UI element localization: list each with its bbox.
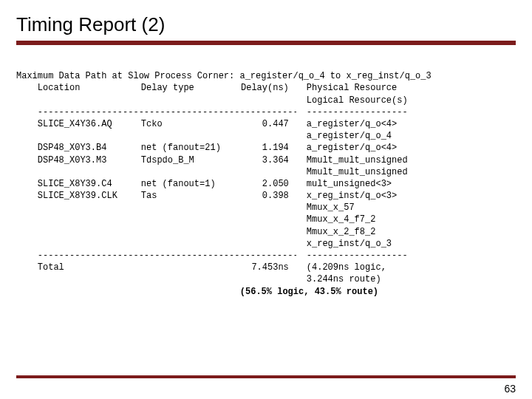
title-rule [16,41,516,45]
row-loc: SLICE_X8Y39.CLK [38,190,141,202]
total-percent: (56.5% logic, 43.5% route) [240,287,378,297]
row-loc: DSP48_X0Y3.B4 [38,142,141,154]
row-phys: mult_unsigned<3> [307,178,392,190]
header-line: Maximum Data Path at Slow Process Corner… [16,71,432,81]
divider: ------------------- [307,250,408,262]
row-logi: x_reg_inst/q_o_3 [307,238,392,250]
row-logi: Mmult_mult_unsigned [307,166,408,178]
row-loc: SLICE_X4Y36.AQ [38,118,141,130]
slide-title: Timing Report (2) [16,13,516,36]
timing-report-block: Maximum Data Path at Slow Process Corner… [16,58,516,310]
row-loc: DSP48_X0Y3.M3 [38,154,141,166]
row-dtype: Tdspdo_B_M [141,154,237,166]
divider: ------------------- [307,106,408,118]
row-phys: a_register/q_o<4> [307,142,397,154]
col-location: Location [38,82,141,94]
row-dtype: Tcko [141,118,237,130]
total-time: 7.453ns [237,262,289,273]
row-delay: 2.050 [237,178,289,190]
row-delay: 0.447 [237,118,289,130]
row-delay: 3.364 [237,154,289,166]
row-dtype: net (fanout=1) [141,178,237,190]
col-delay-type: Delay type [141,82,237,94]
footer-rule [16,375,516,378]
row-phys: a_register/q_o<4> [307,118,397,130]
row-logi: a_register/q_o_4 [307,130,392,142]
row-delay: 1.194 [237,142,289,154]
total-breakdown: (4.209ns logic, [307,262,386,273]
divider: ----------------------------------------… [38,106,296,118]
row-phys: Mmult_mult_unsigned [307,154,408,166]
divider: ----------------------------------------… [38,250,296,262]
col-physical-resource: Physical Resource [307,82,397,94]
row-dtype: Tas [141,190,237,202]
total-label: Total [38,262,141,273]
row-delay: 0.398 [237,190,289,202]
row-logi: Mmux_x_57 [307,202,355,214]
row-logi: Mmux_x_2_f8_2 [307,226,376,238]
row-dtype: net (fanout=21) [141,142,237,154]
col-delay-ns: Delay(ns) [237,82,289,94]
total-breakdown: 3.244ns route) [307,273,381,285]
row-phys: x_reg_inst/q_o<3> [307,190,397,202]
page-number: 63 [504,383,516,395]
row-loc: SLICE_X8Y39.C4 [38,178,141,190]
row-logi: Mmux_x_4_f7_2 [307,214,376,225]
col-logical-resource: Logical Resource(s) [307,95,408,106]
